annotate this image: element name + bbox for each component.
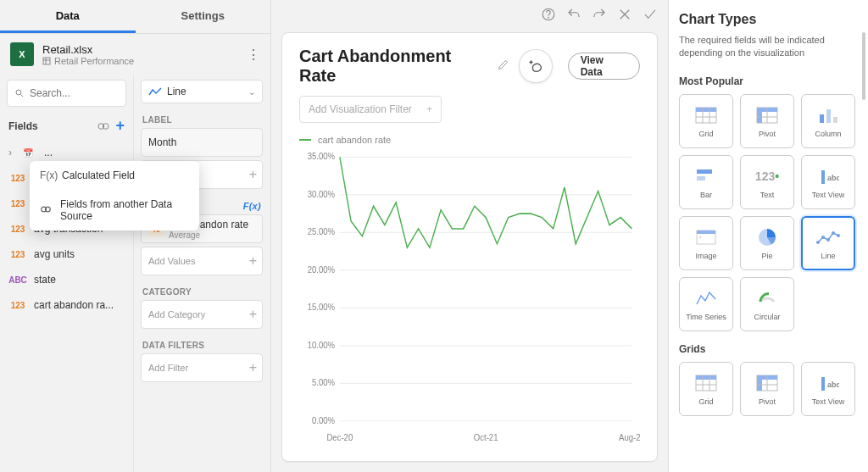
svg-text:20.00%: 20.00% xyxy=(308,265,336,275)
section-filters-label: DATA FILTERS xyxy=(141,341,263,350)
type-grid[interactable]: Grid xyxy=(679,94,733,148)
num-type-icon: 123 xyxy=(8,174,27,183)
chart-types-title: Chart Types xyxy=(679,12,858,27)
config-column: Line ⌄ LABEL Month + VALUESF(x) % cart a… xyxy=(134,75,270,472)
field-item[interactable]: 123avg units xyxy=(0,242,133,267)
type-label: Time Series xyxy=(686,313,726,321)
svg-text:Dec-20: Dec-20 xyxy=(326,432,353,441)
popup-calculated-field[interactable]: F(x) Calculated Field xyxy=(30,161,199,190)
line-icon xyxy=(148,86,162,97)
svg-text:0.00%: 0.00% xyxy=(312,416,335,425)
svg-rect-0 xyxy=(43,58,50,64)
fx-link[interactable]: F(x) xyxy=(243,201,261,211)
close-icon[interactable] xyxy=(617,7,632,22)
svg-rect-65 xyxy=(757,375,762,391)
left-panel: Data Settings X Retail.xlsx Retail Perfo… xyxy=(0,0,271,472)
num-type-icon: 123 xyxy=(8,301,27,310)
type-pie[interactable]: Pie xyxy=(740,216,794,270)
scrollbar[interactable] xyxy=(862,32,865,100)
edit-title-icon[interactable] xyxy=(497,58,510,75)
search-box[interactable] xyxy=(7,80,126,107)
add-field-button[interactable]: + xyxy=(115,117,125,135)
value-slot-sub: Average xyxy=(169,230,248,240)
legend-label: cart abandon rate xyxy=(318,135,391,145)
type-circular[interactable]: Circular xyxy=(740,277,794,331)
svg-text:Aug-22: Aug-22 xyxy=(619,432,640,441)
type-label: Grid xyxy=(698,397,713,406)
svg-text:abc: abc xyxy=(827,380,839,389)
svg-text:Oct-21: Oct-21 xyxy=(474,432,498,441)
type-time-series[interactable]: Time Series xyxy=(679,277,733,331)
svg-rect-42 xyxy=(820,114,824,123)
svg-point-56 xyxy=(832,231,835,235)
popup-link-label: Fields from another Data Source xyxy=(60,198,189,222)
popup-calc-label: Calculated Field xyxy=(62,169,135,181)
type-pivot-2[interactable]: Pivot xyxy=(740,362,794,416)
type-column[interactable]: Column xyxy=(801,94,855,148)
chart-types-desc: The required fields will be indicated de… xyxy=(679,34,858,60)
add-filter-slot[interactable]: Add Filter+ xyxy=(141,353,263,382)
link-icon xyxy=(40,203,52,218)
date-type-icon: 📅 xyxy=(19,148,37,158)
svg-rect-33 xyxy=(696,108,716,112)
fx-icon: F(x) xyxy=(40,169,53,181)
tab-data[interactable]: Data xyxy=(0,0,136,33)
type-image[interactable]: Image xyxy=(679,216,733,270)
brain-icon[interactable] xyxy=(97,119,110,133)
svg-rect-68 xyxy=(821,377,825,391)
popup-fields-other-source[interactable]: Fields from another Data Source xyxy=(30,190,199,230)
datasource-text: Retail.xlsx Retail Performance xyxy=(42,43,134,66)
undo-icon[interactable] xyxy=(566,7,581,22)
field-item[interactable]: 123cart abandon ra... xyxy=(0,292,133,318)
datasource-row: X Retail.xlsx Retail Performance ⋮ xyxy=(0,34,270,75)
confirm-icon[interactable] xyxy=(643,7,658,22)
field-label: cart abandon ra... xyxy=(34,299,114,311)
chart-title: Cart Abandonment Rate xyxy=(299,47,488,86)
svg-text:35.00%: 35.00% xyxy=(308,152,336,161)
type-text[interactable]: 123•Text xyxy=(740,155,794,209)
add-category-slot[interactable]: Add Category+ xyxy=(141,300,263,329)
type-bar[interactable]: Bar xyxy=(679,155,733,209)
fields-header-label: Fields xyxy=(8,120,38,132)
field-item[interactable]: ABCstate xyxy=(0,267,133,292)
type-label: Pivot xyxy=(759,397,776,406)
type-text-view-2[interactable]: abcText View xyxy=(801,362,855,416)
type-pivot[interactable]: Pivot xyxy=(740,94,794,148)
datasource-menu-icon[interactable]: ⋮ xyxy=(247,47,260,63)
type-label: Circular xyxy=(754,313,780,321)
type-label: Text xyxy=(760,191,775,199)
type-label: Line xyxy=(821,252,835,260)
datasource-subtitle: Retail Performance xyxy=(42,56,134,66)
type-line[interactable]: Line xyxy=(801,216,855,270)
tab-settings[interactable]: Settings xyxy=(136,0,271,33)
group-most-popular: Most Popular xyxy=(679,75,858,87)
redo-icon[interactable] xyxy=(592,7,607,22)
chart-type-button[interactable] xyxy=(519,49,552,83)
svg-text:25.00%: 25.00% xyxy=(308,227,336,236)
type-grid-2[interactable]: Grid xyxy=(679,362,733,416)
help-icon[interactable] xyxy=(541,7,556,22)
field-label: avg units xyxy=(34,248,75,260)
chart-type-selector[interactable]: Line ⌄ xyxy=(141,80,263,103)
type-label: Pivot xyxy=(759,130,776,138)
datasource-title: Retail.xlsx xyxy=(42,43,134,56)
svg-text:10.00%: 10.00% xyxy=(308,341,336,350)
type-label: Pie xyxy=(761,252,772,260)
search-input[interactable] xyxy=(30,87,119,99)
add-values-slot[interactable]: Add Values+ xyxy=(141,247,263,275)
view-data-button[interactable]: View Data xyxy=(568,53,640,80)
main-canvas: Cart Abandonment Rate View Data Add Visu… xyxy=(271,0,668,472)
svg-rect-59 xyxy=(696,375,716,380)
left-tabs: Data Settings xyxy=(0,0,270,34)
label-slot[interactable]: Month xyxy=(141,128,263,157)
type-label: Column xyxy=(815,130,841,138)
svg-rect-39 xyxy=(757,108,762,123)
type-text-view[interactable]: abcText View xyxy=(801,155,855,209)
add-field-popup: F(x) Calculated Field Fields from anothe… xyxy=(30,161,199,230)
svg-rect-43 xyxy=(826,109,831,123)
label-slot-text: Month xyxy=(148,136,255,148)
add-viz-filter[interactable]: Add Visualization Filter + xyxy=(299,96,442,123)
svg-text:5.00%: 5.00% xyxy=(312,378,335,387)
tab-settings-label: Settings xyxy=(181,9,225,22)
svg-point-10 xyxy=(548,17,549,18)
